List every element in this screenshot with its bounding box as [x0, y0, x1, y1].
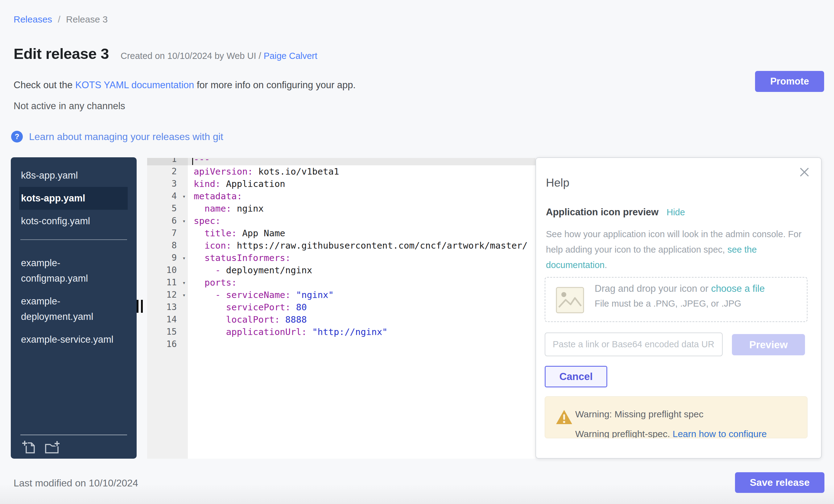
file-tree-item[interactable]: example-configmap.yaml [19, 252, 128, 290]
code-lines: 1---2apiVersion: kots.io/v1beta13kind: A… [147, 158, 535, 350]
preflight-warning: Warning: Missing preflight spec Warning … [545, 396, 808, 438]
gutter-line-number: 2 [147, 165, 188, 178]
gutter-line-number: 9▾ [147, 252, 188, 264]
text-cursor [192, 158, 193, 165]
fold-arrow-icon[interactable]: ▾ [182, 190, 186, 203]
dropzone-text: Drag and drop your icon or [595, 283, 711, 294]
configure-preflight-link[interactable]: Learn how to configure [673, 429, 767, 438]
gutter-line-number: 6▾ [147, 215, 188, 227]
hide-link[interactable]: Hide [666, 207, 685, 217]
gutter-line-number: 5 [147, 202, 188, 215]
last-modified-text: Last modified on 10/10/2024 [14, 478, 138, 489]
gutter-line-number: 7 [147, 227, 188, 239]
file-tree-item[interactable]: example-deployment.yaml [19, 290, 128, 328]
code-line[interactable]: 5 name: nginx [147, 202, 535, 215]
channel-status: Not active in any channels [14, 101, 125, 112]
gutter-line-number: 16 [147, 338, 188, 350]
code-line[interactable]: 9▾ statusInformers: [147, 252, 535, 264]
page-title: Edit release 3 [14, 45, 109, 62]
edit-release-page: Releases / Release 3 Edit release 3 Crea… [0, 0, 834, 504]
breadcrumb-releases-link[interactable]: Releases [14, 14, 52, 24]
breadcrumb-current: Release 3 [66, 14, 108, 24]
gutter-line-number: 1 [147, 158, 188, 165]
choose-file-link[interactable]: choose a file [711, 283, 765, 294]
dropzone-filetypes: File must be a .PNG, .JPEG, or .JPG [595, 299, 765, 309]
created-text: Created on 10/10/2024 by Web UI / [120, 51, 261, 61]
image-placeholder-icon [556, 287, 584, 313]
warning-title: Warning: Missing preflight spec [575, 409, 704, 419]
file-sidebar: k8s-app.yamlkots-app.yamlkots-config.yam… [11, 157, 137, 459]
file-list: k8s-app.yamlkots-app.yamlkots-config.yam… [11, 157, 137, 351]
file-tree-item[interactable]: kots-app.yaml [19, 187, 128, 210]
code-line[interactable]: 1--- [147, 158, 535, 165]
code-line[interactable]: 16 [147, 338, 535, 350]
icon-dropzone[interactable]: Drag and drop your icon or choose a file… [545, 277, 808, 322]
created-meta: Created on 10/10/2024 by Web UI / Paige … [120, 51, 317, 61]
docs-hint: Check out the KOTS YAML documentation fo… [14, 80, 356, 91]
kots-docs-link[interactable]: KOTS YAML documentation [75, 80, 194, 90]
close-icon[interactable] [798, 166, 811, 178]
code-line[interactable]: 15 applicationUrl: "http://nginx" [147, 326, 535, 338]
icon-preview-title: Application icon preview [546, 207, 659, 218]
icon-url-input[interactable] [545, 332, 723, 356]
help-title: Help [546, 176, 569, 190]
code-line[interactable]: 12▾ - serviceName: "nginx" [147, 289, 535, 301]
gutter-line-number: 13 [147, 301, 188, 313]
warning-detail: Warning preflight-spec. Learn how to con… [575, 429, 767, 438]
file-tree-item[interactable]: kots-config.yaml [19, 210, 128, 233]
description-text: See how your application icon will look … [546, 229, 802, 255]
git-help-row[interactable]: ? Learn about managing your releases wit… [11, 131, 223, 143]
gutter-line-number: 14 [147, 313, 188, 326]
code-line[interactable]: 7 title: App Name [147, 227, 535, 239]
created-author-link[interactable]: Paige Calvert [264, 51, 317, 61]
file-group-divider [20, 239, 127, 240]
pane-resize-handle-left[interactable] [137, 300, 144, 313]
code-line[interactable]: 4▾metadata: [147, 190, 535, 202]
breadcrumb-separator: / [58, 14, 60, 24]
help-panel: Help Application icon preview Hide See h… [535, 157, 822, 459]
code-line[interactable]: 10 - deployment/nginx [147, 264, 535, 276]
icon-preview-description: See how your application icon will look … [546, 226, 805, 273]
yaml-editor[interactable]: 1---2apiVersion: kots.io/v1beta13kind: A… [147, 158, 535, 459]
title-row: Edit release 3 Created on 10/10/2024 by … [14, 45, 317, 62]
gutter-line-number: 12▾ [147, 289, 188, 301]
code-line[interactable]: 14 localPort: 8888 [147, 313, 535, 326]
save-release-button[interactable]: Save release [735, 472, 825, 493]
gutter-line-number: 4▾ [147, 190, 188, 202]
gutter-line-number: 11▾ [147, 276, 188, 289]
docs-hint-prefix: Check out the [14, 80, 75, 90]
question-circle-icon: ? [11, 131, 23, 143]
gutter-line-number: 15 [147, 326, 188, 338]
fold-arrow-icon[interactable]: ▾ [182, 252, 186, 264]
cancel-button[interactable]: Cancel [545, 366, 607, 388]
code-line[interactable]: 3kind: Application [147, 178, 535, 190]
warning-triangle-icon [555, 409, 573, 425]
sidebar-footer-divider [20, 435, 127, 435]
promote-button[interactable]: Promote [755, 71, 824, 92]
code-line[interactable]: 11▾ ports: [147, 276, 535, 289]
new-file-icon[interactable] [21, 440, 37, 455]
breadcrumb: Releases / Release 3 [14, 14, 108, 25]
sidebar-footer [19, 435, 128, 455]
gutter-line-number: 8 [147, 239, 188, 252]
code-line[interactable]: 6▾spec: [147, 215, 535, 227]
gutter-line-number: 10 [147, 264, 188, 276]
preview-button[interactable]: Preview [732, 334, 805, 355]
file-tree-item[interactable]: k8s-app.yaml [19, 164, 128, 187]
docs-hint-suffix: for more info on configuring your app. [194, 80, 356, 90]
gutter-line-number: 3 [147, 178, 188, 190]
code-line[interactable]: 8 icon: https://raw.githubusercontent.co… [147, 239, 535, 252]
new-folder-icon[interactable] [43, 440, 61, 455]
code-line[interactable]: 13 servicePort: 80 [147, 301, 535, 313]
git-help-link[interactable]: Learn about managing your releases with … [29, 131, 223, 143]
fold-arrow-icon[interactable]: ▾ [182, 289, 186, 301]
code-line[interactable]: 2apiVersion: kots.io/v1beta1 [147, 165, 535, 178]
file-tree-item[interactable]: example-service.yaml [19, 328, 128, 351]
fold-arrow-icon[interactable]: ▾ [182, 215, 186, 227]
fold-arrow-icon[interactable]: ▾ [182, 277, 186, 289]
